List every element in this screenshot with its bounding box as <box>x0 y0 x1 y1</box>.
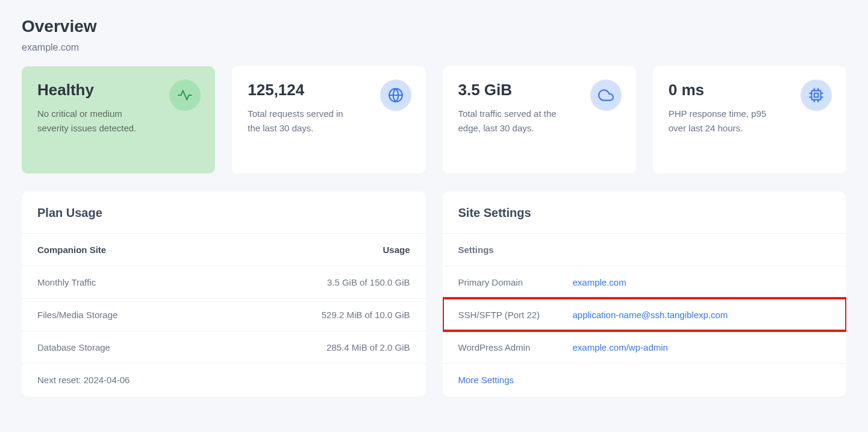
wp-admin-link[interactable]: example.com/wp-admin <box>573 342 668 352</box>
plan-usage-col-right: Usage <box>382 245 410 255</box>
plan-usage-row-label: Monthly Traffic <box>37 277 96 287</box>
requests-card: 125,124 Total requests served in the las… <box>232 66 425 174</box>
settings-row-primary-domain: Primary Domain example.com <box>443 266 847 298</box>
site-domain: example.com <box>22 42 846 53</box>
traffic-card: 3.5 GiB Total traffic served at the edge… <box>443 66 636 174</box>
site-settings-panel: Site Settings Settings Primary Domain ex… <box>443 192 847 396</box>
settings-row-ssh: SSH/SFTP (Port 22) application-name@ssh.… <box>443 298 847 331</box>
settings-row-label: SSH/SFTP (Port 22) <box>458 310 573 320</box>
svg-rect-3 <box>814 93 819 98</box>
health-status-desc: No critical or medium severity issues de… <box>37 107 146 136</box>
settings-row-label: Primary Domain <box>458 277 573 287</box>
settings-col-header: Settings <box>458 245 573 255</box>
plan-usage-panel: Plan Usage Companion Site Usage Monthly … <box>22 192 426 396</box>
plan-usage-row-value: 529.2 MiB of 10.0 GiB <box>322 310 410 320</box>
requests-desc: Total requests served in the last 30 day… <box>248 107 356 136</box>
more-settings-link[interactable]: More Settings <box>458 375 514 385</box>
health-card: Healthy No critical or medium severity i… <box>22 66 215 174</box>
primary-domain-link[interactable]: example.com <box>573 277 626 287</box>
php-card: 0 ms PHP response time, p95 over last 24… <box>653 66 846 174</box>
svg-rect-2 <box>811 90 820 99</box>
plan-usage-row: Database Storage 285.4 MiB of 2.0 GiB <box>22 331 426 363</box>
plan-usage-row: Monthly Traffic 3.5 GiB of 150.0 GiB <box>22 266 426 298</box>
plan-usage-row: Files/Media Storage 529.2 MiB of 10.0 Gi… <box>22 298 426 331</box>
globe-icon <box>380 80 411 111</box>
plan-usage-row-value: 3.5 GiB of 150.0 GiB <box>327 277 410 287</box>
settings-row-wp-admin: WordPress Admin example.com/wp-admin <box>443 331 847 363</box>
plan-usage-col-left: Companion Site <box>37 245 106 255</box>
php-desc: PHP response time, p95 over last 24 hour… <box>669 107 777 136</box>
settings-row-label: WordPress Admin <box>458 342 573 352</box>
cpu-icon <box>801 80 832 111</box>
plan-usage-row-value: 285.4 MiB of 2.0 GiB <box>326 342 410 352</box>
plan-usage-title: Plan Usage <box>22 192 426 233</box>
pulse-icon <box>169 80 201 111</box>
ssh-sftp-link[interactable]: application-name@ssh.tangiblexp.com <box>573 310 728 320</box>
site-settings-title: Site Settings <box>443 192 847 233</box>
plan-usage-reset: Next reset: 2024-04-06 <box>22 363 426 396</box>
plan-usage-row-label: Files/Media Storage <box>37 310 117 320</box>
page-title: Overview <box>22 17 846 36</box>
traffic-desc: Total traffic served at the edge, last 3… <box>458 107 567 136</box>
plan-usage-row-label: Database Storage <box>37 342 110 352</box>
cloud-icon <box>590 80 622 111</box>
next-reset-text: Next reset: 2024-04-06 <box>37 375 130 385</box>
